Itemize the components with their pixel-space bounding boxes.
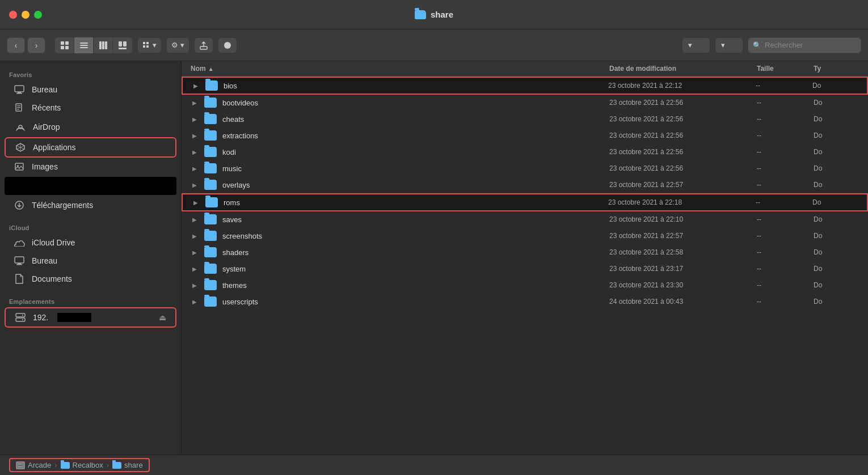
back-button[interactable]: ‹ bbox=[7, 37, 25, 53]
sidebar-item-applications[interactable]: Applications bbox=[5, 137, 176, 158]
sidebar-item-recents[interactable]: Récents bbox=[5, 99, 176, 117]
forward-button[interactable]: › bbox=[27, 37, 45, 53]
dropdown1-arrow-icon: ▾ bbox=[688, 41, 692, 49]
sidebar-item-icloud-bureau[interactable]: Bureau bbox=[5, 252, 176, 270]
table-row[interactable]: ▶ saves 23 octobre 2021 à 22:10 -- Do bbox=[182, 211, 868, 228]
gear-button[interactable]: ⚙ ▾ bbox=[166, 37, 189, 53]
expand-arrow[interactable]: ▶ bbox=[191, 265, 199, 273]
col-header-date[interactable]: Date de modification bbox=[609, 65, 757, 73]
tag-button[interactable] bbox=[218, 37, 237, 53]
table-row[interactable]: ▶ music 23 octobre 2021 à 22:56 -- Do bbox=[182, 160, 868, 177]
expand-arrow[interactable]: ▶ bbox=[191, 298, 199, 306]
sidebar-item-documents[interactable]: Documents bbox=[5, 270, 176, 288]
file-name: shaders bbox=[222, 248, 248, 257]
expand-arrow[interactable]: ▶ bbox=[192, 82, 200, 90]
svg-rect-15 bbox=[143, 45, 145, 48]
expand-arrow[interactable]: ▶ bbox=[191, 164, 199, 172]
table-row[interactable]: ▶ userscripts 24 octobre 2021 à 00:43 --… bbox=[182, 294, 868, 310]
svg-rect-30 bbox=[15, 257, 24, 263]
dropdown2-button[interactable]: ▾ bbox=[715, 37, 743, 53]
view-icons-button[interactable] bbox=[55, 37, 74, 53]
airdrop-icon bbox=[15, 121, 26, 133]
view-columns-button[interactable] bbox=[94, 37, 113, 53]
table-row[interactable]: ▶ bios 23 octobre 2021 à 22:12 -- Do bbox=[182, 77, 868, 95]
breadcrumb-arcade-label: Arcade bbox=[28, 461, 51, 469]
file-type: Do bbox=[814, 181, 859, 189]
sidebar-label-telechargements: Téléchargements bbox=[32, 201, 93, 210]
col-header-taille[interactable]: Taille bbox=[757, 65, 814, 73]
expand-arrow[interactable]: ▶ bbox=[191, 132, 199, 139]
maximize-button[interactable] bbox=[34, 11, 42, 19]
nav-buttons: ‹ › bbox=[7, 37, 45, 53]
desktop-icon bbox=[14, 84, 25, 95]
svg-rect-27 bbox=[15, 163, 23, 170]
folder-icon bbox=[204, 231, 217, 241]
expand-arrow[interactable]: ▶ bbox=[191, 115, 199, 123]
search-input[interactable] bbox=[765, 41, 856, 49]
minimize-button[interactable] bbox=[22, 11, 30, 19]
col-header-type[interactable]: Ty bbox=[814, 65, 859, 73]
svg-rect-6 bbox=[80, 47, 88, 48]
expand-arrow[interactable]: ▶ bbox=[191, 248, 199, 256]
eject-button[interactable]: ⏏ bbox=[159, 313, 166, 322]
svg-point-35 bbox=[22, 315, 23, 316]
dropdown1-button[interactable]: ▾ bbox=[682, 37, 710, 53]
svg-rect-0 bbox=[61, 41, 64, 45]
sidebar-item-telechargements[interactable]: Téléchargements bbox=[5, 196, 176, 214]
expand-arrow[interactable]: ▶ bbox=[191, 281, 199, 289]
close-button[interactable] bbox=[9, 11, 17, 19]
applications-icon bbox=[15, 142, 26, 153]
folder-icon bbox=[204, 247, 217, 257]
sidebar-item-bureau[interactable]: Bureau bbox=[5, 80, 176, 99]
expand-arrow[interactable]: ▶ bbox=[191, 181, 199, 189]
sidebar-item-hidden[interactable] bbox=[5, 177, 176, 195]
table-row[interactable]: ▶ shaders 23 octobre 2021 à 22:58 -- Do bbox=[182, 244, 868, 261]
col-header-nom[interactable]: Nom ▲ bbox=[191, 65, 609, 73]
sidebar-item-airdrop[interactable]: AirDrop bbox=[5, 117, 176, 137]
icloud-desktop-icon bbox=[14, 255, 25, 266]
table-row[interactable]: ▶ kodi 23 octobre 2021 à 22:56 -- Do bbox=[182, 144, 868, 160]
view-gallery-button[interactable] bbox=[113, 37, 132, 53]
expand-arrow[interactable]: ▶ bbox=[192, 198, 200, 206]
breadcrumb-sep-1: › bbox=[54, 461, 57, 469]
status-bar: Arcade › Recalbox › share bbox=[0, 455, 868, 475]
file-type: Do bbox=[814, 232, 859, 240]
table-row[interactable]: ▶ cheats 23 octobre 2021 à 22:56 -- Do bbox=[182, 111, 868, 128]
file-size: -- bbox=[757, 99, 814, 107]
file-name: bios bbox=[224, 82, 237, 90]
file-date: 23 octobre 2021 à 22:56 bbox=[609, 115, 757, 123]
expand-arrow[interactable]: ▶ bbox=[191, 232, 199, 240]
server-icon bbox=[15, 312, 26, 323]
window-controls bbox=[9, 11, 42, 19]
svg-rect-9 bbox=[105, 41, 107, 49]
file-type: Do bbox=[814, 215, 859, 223]
table-row[interactable]: ▶ overlays 23 octobre 2021 à 22:57 -- Do bbox=[182, 177, 868, 193]
file-type: Do bbox=[814, 265, 859, 273]
share-button[interactable] bbox=[194, 37, 213, 53]
svg-rect-2 bbox=[61, 46, 64, 49]
table-row[interactable]: ▶ system 23 octobre 2021 à 23:17 -- Do bbox=[182, 261, 868, 277]
file-name: screenshots bbox=[222, 232, 262, 240]
file-date: 23 octobre 2021 à 22:12 bbox=[608, 82, 756, 90]
sidebar-item-images[interactable]: Images bbox=[5, 158, 176, 176]
group-by-button[interactable]: ▾ bbox=[137, 37, 162, 53]
expand-arrow[interactable]: ▶ bbox=[191, 148, 199, 156]
expand-arrow[interactable]: ▶ bbox=[191, 215, 199, 223]
table-row[interactable]: ▶ extractions 23 octobre 2021 à 22:56 --… bbox=[182, 128, 868, 144]
sidebar-item-icloud-drive[interactable]: iCloud Drive bbox=[5, 234, 176, 252]
table-row[interactable]: ▶ screenshots 23 octobre 2021 à 22:57 --… bbox=[182, 228, 868, 244]
file-name-cell: ▶ userscripts bbox=[191, 296, 609, 307]
file-name: userscripts bbox=[222, 298, 258, 306]
folder-icon bbox=[204, 180, 217, 190]
table-row[interactable]: ▶ bootvideos 23 octobre 2021 à 22:56 -- … bbox=[182, 95, 868, 111]
expand-arrow[interactable]: ▶ bbox=[191, 99, 199, 107]
file-name-cell: ▶ overlays bbox=[191, 180, 609, 190]
sidebar-label-icloud-drive: iCloud Drive bbox=[32, 238, 75, 247]
file-name-cell: ▶ system bbox=[191, 264, 609, 274]
sidebar-item-emplacement1[interactable]: 192. ⏏ bbox=[5, 307, 176, 328]
svg-rect-32 bbox=[16, 264, 22, 265]
table-row[interactable]: ▶ themes 23 octobre 2021 à 23:30 -- Do bbox=[182, 277, 868, 294]
view-list-button[interactable] bbox=[74, 37, 94, 53]
table-row[interactable]: ▶ roms 23 octobre 2021 à 22:18 -- Do bbox=[182, 193, 868, 211]
file-list-header: Nom ▲ Date de modification Taille Ty bbox=[182, 61, 868, 77]
